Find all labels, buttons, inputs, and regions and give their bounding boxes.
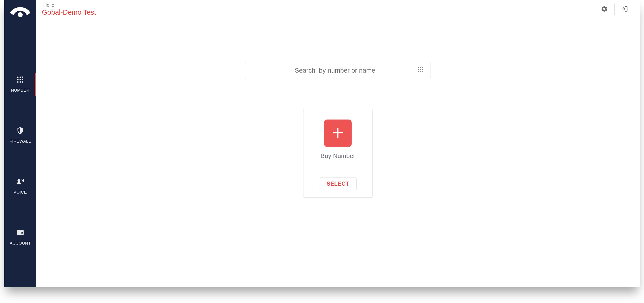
select-button[interactable]: SELECT xyxy=(319,177,357,190)
svg-point-18 xyxy=(420,69,422,70)
topbar-actions xyxy=(594,3,635,16)
svg-point-23 xyxy=(420,73,422,73)
sidebar-item-voice[interactable]: VOICE xyxy=(4,177,36,196)
svg-point-0 xyxy=(18,12,22,17)
settings-button[interactable] xyxy=(594,3,614,16)
phone-logo-icon xyxy=(9,5,31,19)
sidebar-item-label: VOICE xyxy=(14,190,27,195)
gear-icon xyxy=(601,5,608,13)
svg-point-16 xyxy=(422,67,423,68)
svg-point-8 xyxy=(20,81,21,83)
svg-point-7 xyxy=(17,81,18,83)
search-box[interactable] xyxy=(245,62,431,79)
card-title: Buy Number xyxy=(320,152,356,160)
logout-button[interactable] xyxy=(615,3,635,16)
sidebar-item-firewall[interactable]: FIREWALL xyxy=(4,126,36,145)
content: Buy Number SELECT xyxy=(36,19,640,287)
sidebar-item-label: ACCOUNT xyxy=(10,241,31,246)
svg-point-6 xyxy=(22,79,23,80)
svg-point-5 xyxy=(20,79,21,80)
svg-point-22 xyxy=(422,71,423,72)
sidebar-item-account[interactable]: ACCOUNT xyxy=(4,228,36,247)
shield-icon xyxy=(16,126,24,136)
svg-point-17 xyxy=(418,69,420,70)
svg-point-10 xyxy=(18,179,20,182)
svg-point-4 xyxy=(17,79,18,80)
sidebar-item-number[interactable]: NUMBER xyxy=(4,74,36,94)
svg-point-21 xyxy=(420,71,422,72)
svg-point-1 xyxy=(17,76,18,78)
svg-point-13 xyxy=(22,232,22,233)
add-number-button[interactable] xyxy=(324,119,352,147)
dialpad-icon xyxy=(417,67,424,74)
svg-point-9 xyxy=(22,81,23,83)
main-area: Hello, Gobal-Demo Test xyxy=(36,0,640,287)
plus-icon xyxy=(331,126,344,140)
search-input[interactable] xyxy=(254,67,416,74)
sidebar-nav: NUMBER FIREWALL VOICE xyxy=(4,74,36,247)
greeting: Hello, Gobal-Demo Test xyxy=(42,2,96,16)
svg-point-14 xyxy=(418,67,420,68)
svg-point-20 xyxy=(418,71,420,72)
wallet-icon xyxy=(16,229,24,238)
svg-point-3 xyxy=(22,76,23,78)
buy-number-card: Buy Number SELECT xyxy=(303,109,372,198)
sidebar-item-label: NUMBER xyxy=(11,88,30,93)
svg-point-19 xyxy=(422,69,423,70)
topbar: Hello, Gobal-Demo Test xyxy=(36,0,640,19)
voice-icon xyxy=(16,177,24,187)
brand-logo xyxy=(4,5,36,19)
svg-point-15 xyxy=(420,67,422,68)
sidebar-item-label: FIREWALL xyxy=(10,139,31,144)
sidebar: NUMBER FIREWALL VOICE xyxy=(4,0,36,287)
greeting-label: Hello, xyxy=(43,2,96,8)
dialpad-icon xyxy=(16,75,24,85)
app-window: NUMBER FIREWALL VOICE xyxy=(4,0,640,287)
dialpad-button[interactable] xyxy=(416,66,425,74)
user-name: Gobal-Demo Test xyxy=(42,8,96,16)
logout-icon xyxy=(621,5,628,13)
svg-point-2 xyxy=(20,76,21,78)
